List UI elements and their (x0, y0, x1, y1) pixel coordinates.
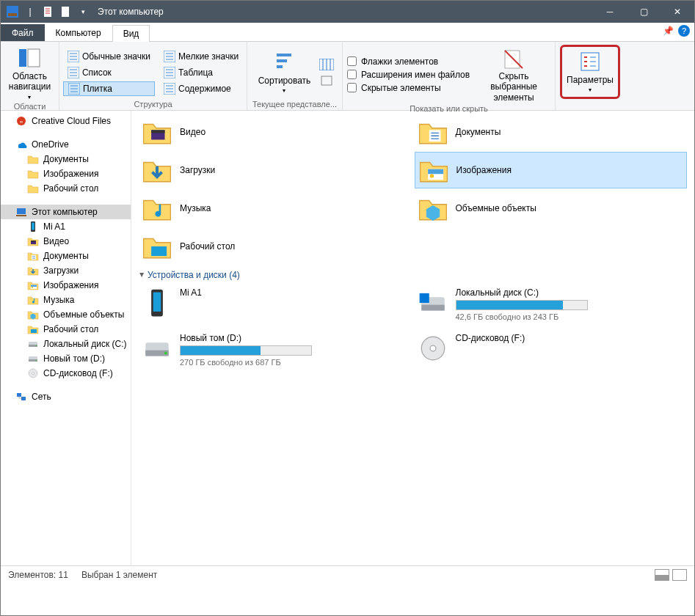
svg-point-37 (36, 360, 37, 362)
group-label-current: Текущее представле... (252, 100, 337, 109)
svg-rect-40 (17, 393, 21, 397)
pin-icon[interactable]: 📌 (663, 26, 674, 36)
img-icon (418, 155, 449, 186)
mus-icon (142, 193, 172, 224)
tree-item[interactable]: Документы (1, 152, 131, 166)
view-tiles-icon[interactable] (672, 569, 687, 581)
drive-tile[interactable]: Новый том (D:)270 ГБ свободно из 687 ГБ (139, 330, 412, 374)
tree-item[interactable]: Изображения (1, 166, 131, 181)
minimize-button[interactable]: ─ (593, 1, 627, 23)
net-icon (15, 391, 27, 403)
tab-file[interactable]: Файл (1, 24, 45, 41)
tab-computer[interactable]: Компьютер (45, 24, 112, 41)
tree-item[interactable]: Рабочий стол (1, 181, 131, 196)
view-details-icon[interactable] (655, 569, 669, 581)
chk-hidden-items[interactable]: Скрытые элементы (347, 83, 470, 93)
svg-rect-46 (428, 169, 443, 175)
svg-rect-16 (321, 76, 332, 85)
drive-tile[interactable]: Mi A1 (139, 285, 412, 329)
fld-icon (27, 183, 39, 194)
drive-tile[interactable]: CD-дисковод (F:) (415, 330, 688, 374)
status-count: Элементов: 11 (8, 570, 68, 580)
3d-icon (27, 309, 39, 320)
dl-icon (142, 155, 172, 186)
tab-view[interactable]: Вид (112, 25, 150, 42)
layout-opt-4[interactable]: Плитка (63, 81, 155, 96)
folder-tile[interactable]: Документы (415, 114, 688, 150)
qat-dropdown-icon[interactable]: ▾ (76, 4, 90, 19)
qat-properties-icon[interactable] (40, 4, 55, 19)
content-pane[interactable]: ВидеоДокументыЗагрузкиИзображенияМузыкаО… (131, 111, 694, 565)
svg-rect-2 (44, 7, 51, 17)
layout-opt-2[interactable]: Список (63, 65, 155, 80)
app-icon (5, 4, 20, 19)
tree-item[interactable]: Новый том (D:) (1, 351, 131, 366)
nav-pane-button[interactable]: Область навигации▾ (6, 45, 54, 102)
ribbon: Область навигации▾ Области Обычные значк… (1, 42, 694, 111)
folder-tile[interactable]: Объемные объекты (415, 190, 688, 227)
nav-tree[interactable]: ∞Creative Cloud FilesOneDriveДокументыИз… (1, 111, 131, 565)
tree-item[interactable]: Документы (1, 249, 131, 263)
maximize-button[interactable]: ▢ (627, 1, 661, 23)
svg-rect-12 (277, 54, 291, 56)
tree-item[interactable]: CD-дисковод (F:) (1, 366, 131, 381)
layout-opt-3[interactable]: Таблица (159, 65, 243, 80)
od-icon (15, 139, 27, 150)
status-selection: Выбран 1 элемент (81, 570, 157, 580)
doc-icon (27, 250, 39, 262)
tree-item[interactable]: Загрузки (1, 263, 131, 278)
tree-item[interactable]: OneDrive (1, 137, 131, 152)
layout-opt-1[interactable]: Мелкие значки (159, 49, 243, 64)
dl-icon (27, 265, 39, 276)
tree-item[interactable]: Локальный диск (С:) (1, 337, 131, 351)
folder-tile[interactable]: Видео (139, 114, 412, 150)
cd-icon (418, 333, 448, 364)
hide-selected-button[interactable]: Скрыть выбранные элементы (477, 45, 550, 104)
svg-rect-1 (8, 13, 17, 16)
options-button[interactable]: Параметры▾ (564, 48, 616, 95)
drive-tile[interactable]: Локальный диск (С:)42,6 ГБ свободно из 2… (415, 285, 688, 329)
folder-tile[interactable]: Изображения (415, 152, 688, 188)
svg-rect-4 (19, 49, 26, 67)
size-columns-icon[interactable] (319, 75, 334, 87)
desk-icon (142, 231, 172, 262)
tree-item[interactable]: Mi A1 (1, 219, 131, 234)
tree-item[interactable]: Рабочий стол (1, 322, 131, 337)
fld-icon (27, 168, 39, 180)
folder-tile[interactable]: Загрузки (139, 152, 412, 188)
tree-item[interactable]: Объемные объекты (1, 307, 131, 322)
drives-group-header[interactable]: ▸Устройства и диски (4) (139, 265, 687, 285)
tree-item[interactable]: Этот компьютер (1, 205, 131, 219)
layout-options: Обычные значкиМелкие значкиСписокТаблица… (63, 49, 243, 96)
hdd-icon (142, 333, 172, 364)
svg-rect-50 (153, 293, 161, 312)
svg-rect-26 (31, 241, 36, 242)
svg-rect-24 (32, 223, 34, 230)
layout-opt-0[interactable]: Обычные значки (63, 49, 155, 64)
layout-opt-5[interactable]: Содержимое (159, 81, 243, 96)
status-bar: Элементов: 11 Выбран 1 элемент (1, 565, 694, 583)
chk-file-extensions[interactable]: Расширения имен файлов (347, 70, 470, 80)
tree-item[interactable]: Сеть (1, 389, 131, 404)
tree-item[interactable]: Изображения (1, 278, 131, 293)
folder-tile[interactable]: Музыка (139, 190, 412, 227)
chk-item-checkboxes[interactable]: Флажки элементов (347, 56, 470, 67)
svg-rect-22 (16, 215, 26, 216)
vid-icon (142, 117, 172, 147)
vid-icon (27, 235, 39, 247)
svg-point-39 (32, 373, 34, 375)
qat-new-icon[interactable] (58, 4, 73, 19)
tree-item[interactable]: Видео (1, 234, 131, 249)
tree-item[interactable]: ∞Creative Cloud Files (1, 114, 131, 128)
add-columns-icon[interactable] (319, 59, 334, 70)
cc-icon: ∞ (15, 115, 27, 127)
close-button[interactable]: ✕ (661, 1, 694, 23)
tree-item[interactable]: Музыка (1, 293, 131, 307)
qat-divider: | (23, 4, 37, 19)
help-icon[interactable]: ? (678, 25, 690, 37)
svg-rect-13 (277, 59, 287, 62)
mus-icon (27, 294, 39, 306)
ribbon-tabs: Файл Компьютер Вид 📌 ? (1, 23, 694, 42)
sort-button[interactable]: Сортировать▾ (255, 49, 314, 96)
folder-tile[interactable]: Рабочий стол (139, 228, 412, 265)
